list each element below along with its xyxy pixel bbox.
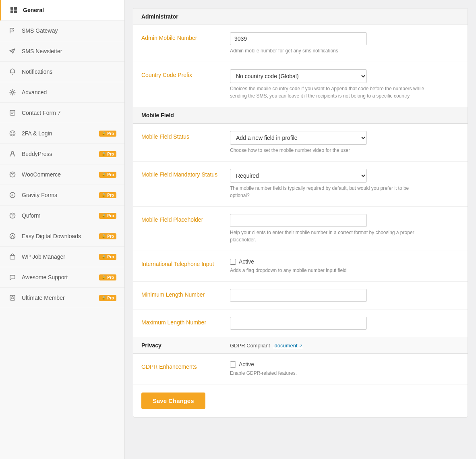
pro-badge: 🔒 Pro [99, 192, 116, 198]
minimum-length-label: Minimum Length Number [141, 289, 230, 298]
country-code-prefix-select[interactable]: No country code (Global) +1 (US) +44 (UK… [230, 69, 367, 83]
admin-mobile-number-input[interactable] [230, 32, 367, 45]
gdpr-enhancements-checkbox-label: Active [239, 361, 254, 368]
sidebar-item-label: Gravity Forms [22, 192, 99, 198]
international-telephone-field: Active Adds a flag dropdown to any mobil… [230, 258, 459, 274]
quform-icon [8, 211, 17, 220]
maximum-length-field [230, 317, 459, 330]
pro-badge: 🔒 Pro [99, 131, 116, 137]
sidebar-item-general[interactable]: General [0, 0, 124, 21]
save-changes-button[interactable]: Save Changes [141, 393, 205, 409]
settings-card: Administrator Admin Mobile Number Admin … [133, 8, 468, 417]
main-content: Administrator Admin Mobile Number Admin … [125, 0, 476, 459]
international-telephone-checkbox-label: Active [239, 258, 254, 265]
lock-icon: 🔒 [101, 152, 106, 156]
admin-mobile-number-row: Admin Mobile Number Admin mobile number … [133, 25, 468, 62]
lock-icon: 🔒 [101, 234, 106, 238]
person-icon [8, 150, 17, 158]
sidebar-item-label: SMS Gateway [22, 27, 116, 34]
maximum-length-row: Maximum Length Number [133, 309, 468, 337]
sidebar-item-label: WP Job Manager [22, 253, 99, 260]
external-link-icon: ↗ [299, 343, 302, 348]
country-code-prefix-desc: Choices the mobile country code if you w… [230, 85, 427, 100]
minimum-length-field [230, 289, 459, 302]
svg-point-7 [11, 152, 14, 154]
mobile-field-mandatory-select[interactable]: Required Optional [230, 169, 367, 183]
gdpr-enhancements-label: GDPR Enhancements [141, 361, 230, 370]
sidebar-item-label: General [23, 7, 116, 13]
pro-badge: 🔒 Pro [99, 172, 116, 178]
sidebar-item-wp-job-manager[interactable]: WP Job Manager 🔒 Pro [0, 247, 124, 267]
privacy-gdpr-compliant: GDPR Compliant document ↗ [230, 343, 302, 349]
flag-icon [8, 26, 17, 35]
lock-icon: 🔒 [101, 193, 106, 197]
ultimate-icon [8, 293, 17, 302]
sidebar-item-advanced[interactable]: Advanced [0, 82, 124, 103]
sidebar-item-label: Contact Form 7 [22, 110, 116, 116]
mobile-field-placeholder-field: Help your clients to enter their mobile … [230, 214, 459, 243]
sidebar-item-label: Awesome Support [22, 274, 99, 280]
maximum-length-label: Maximum Length Number [141, 317, 230, 326]
sidebar-item-awesome-support[interactable]: Awesome Support 🔒 Pro [0, 267, 124, 288]
mobile-field-placeholder-input[interactable] [230, 214, 367, 227]
svg-rect-13 [10, 255, 15, 259]
mobile-field-section-header: Mobile Field [133, 107, 468, 124]
mobile-field-placeholder-row: Mobile Field Placeholder Help your clien… [133, 207, 468, 251]
pro-badge: 🔒 Pro [99, 274, 116, 280]
sidebar-item-edd[interactable]: Easy Digital Downloads 🔒 Pro [0, 226, 124, 247]
svg-rect-3 [14, 10, 17, 13]
mobile-field-status-row: Mobile Field Status Add a new field in p… [133, 124, 468, 162]
maximum-length-input[interactable] [230, 317, 367, 330]
sidebar-item-2fa-login[interactable]: 2FA & Login 🔒 Pro [0, 123, 124, 144]
admin-mobile-number-field: Admin mobile number for get any sms noti… [230, 32, 459, 54]
minimum-length-input[interactable] [230, 289, 367, 302]
woo-icon [8, 170, 17, 179]
gdpr-enhancements-row: GDPR Enhancements Active Enable GDPR-rel… [133, 354, 468, 384]
international-telephone-checkbox-row: Active [230, 258, 459, 265]
sidebar-item-notifications[interactable]: Notifications [0, 62, 124, 82]
admin-mobile-number-desc: Admin mobile number for get any sms noti… [230, 47, 427, 54]
sidebar-item-buddypress[interactable]: BuddyPress 🔒 Pro [0, 144, 124, 164]
sidebar-item-label: Advanced [22, 89, 116, 96]
sidebar-item-label: SMS Newsletter [22, 48, 116, 54]
lock-icon: 🔒 [101, 296, 106, 300]
sidebar-item-quform[interactable]: Quform 🔒 Pro [0, 206, 124, 226]
international-telephone-label: International Telephone Input [141, 258, 230, 267]
svg-point-10 [10, 213, 15, 218]
mobile-field-mandatory-label: Mobile Field Mandatory Status [141, 169, 230, 178]
sidebar-item-gravity-forms[interactable]: Gravity Forms 🔒 Pro [0, 185, 124, 206]
country-code-prefix-row: Country Code Prefix No country code (Glo… [133, 62, 468, 107]
international-telephone-checkbox[interactable] [230, 259, 236, 265]
gdpr-enhancements-checkbox[interactable] [230, 361, 236, 368]
page-layout: General SMS Gateway SMS Newsletter [0, 0, 476, 459]
wpjob-icon [8, 252, 17, 261]
sidebar-item-label: Easy Digital Downloads [22, 233, 99, 239]
international-telephone-row: International Telephone Input Active Add… [133, 251, 468, 282]
gdpr-document-link[interactable]: document ↗ [273, 343, 302, 349]
mobile-field-placeholder-desc: Help your clients to enter their mobile … [230, 229, 427, 243]
svg-point-4 [12, 91, 14, 93]
sidebar-item-sms-newsletter[interactable]: SMS Newsletter [0, 41, 124, 62]
save-area: Save Changes [133, 384, 468, 417]
sidebar-item-ultimate-member[interactable]: Ultimate Member 🔒 Pro [0, 288, 124, 308]
lock-icon: 🔒 [101, 172, 106, 177]
lock-icon: 🔒 [101, 131, 106, 135]
gdpr-enhancements-desc: Enable GDPR-related features. [230, 370, 427, 377]
svg-point-11 [12, 217, 13, 218]
mobile-field-mandatory-desc: The mobile number field is typically req… [230, 185, 427, 199]
mobile-field-status-select[interactable]: Add a new field in profile Use existing … [230, 131, 367, 145]
sidebar-item-label: Quform [22, 212, 99, 219]
sidebar-item-sms-gateway[interactable]: SMS Gateway [0, 21, 124, 41]
pro-badge: 🔒 Pro [99, 151, 116, 157]
wordpress-icon [8, 129, 17, 138]
minimum-length-row: Minimum Length Number [133, 282, 468, 309]
sidebar-item-woocommerce[interactable]: WooCommerce 🔒 Pro [0, 164, 124, 185]
sidebar-item-contact-form[interactable]: Contact Form 7 [0, 103, 124, 123]
privacy-section-header-row: Privacy GDPR Compliant document ↗ [133, 337, 468, 354]
gforms-icon [8, 191, 17, 199]
admin-mobile-number-label: Admin Mobile Number [141, 32, 230, 41]
grid-icon [9, 6, 18, 15]
svg-rect-2 [10, 10, 13, 13]
mobile-field-mandatory-row: Mobile Field Mandatory Status Required O… [133, 162, 468, 207]
gdpr-enhancements-checkbox-row: Active [230, 361, 459, 368]
